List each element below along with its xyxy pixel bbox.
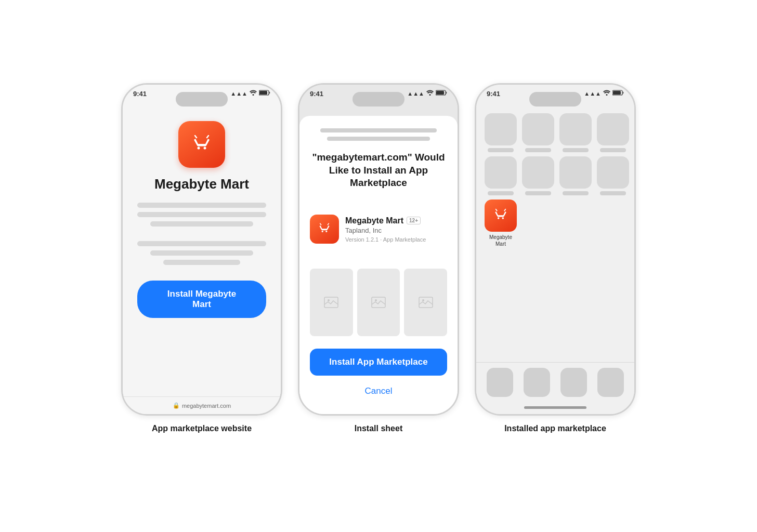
install-megabyte-mart-button[interactable]: Install Megabyte Mart <box>137 281 266 318</box>
installed-app-icon <box>485 200 517 232</box>
phone-3-wrapper: 9:41 ▲▲▲ <box>475 83 636 433</box>
cancel-button[interactable]: Cancel <box>310 382 447 401</box>
wifi-icon-2 <box>426 90 434 97</box>
svg-point-8 <box>322 231 323 232</box>
install-sheet-title: "megabytemart.com" Would Like to Install… <box>310 151 447 190</box>
app-cell-empty <box>522 200 553 247</box>
phone-2-label: Install sheet <box>355 424 402 433</box>
battery-icon-1 <box>259 90 270 97</box>
phone-3: 9:41 ▲▲▲ <box>475 83 636 416</box>
status-icons-1: ▲▲▲ <box>230 90 270 97</box>
dock-icon-1 <box>487 368 513 397</box>
screenshot-2 <box>357 269 400 336</box>
svg-rect-14 <box>419 297 433 308</box>
svg-point-9 <box>325 231 327 232</box>
status-time-3: 9:41 <box>487 90 500 98</box>
phone-1-screen: 9:41 ▲▲▲ <box>123 85 281 414</box>
placeholder-app-icon <box>597 156 629 189</box>
bottom-bar-1: 🔒 megabytemart.com <box>123 396 281 414</box>
wifi-icon-1 <box>250 90 257 97</box>
placeholder-line <box>137 203 266 208</box>
placeholder-app-icon <box>559 113 592 145</box>
placeholder-app-label <box>563 148 589 152</box>
screenshot-1 <box>310 269 353 336</box>
placeholder-app-icon <box>522 113 554 145</box>
install-app-marketplace-button[interactable]: Install App Marketplace <box>310 349 447 376</box>
placeholder-app-label <box>525 191 551 195</box>
svg-point-20 <box>502 217 504 219</box>
placeholder-lines-1 <box>137 203 266 265</box>
app-name-sheet: Megabyte Mart <box>345 216 403 225</box>
phone-2-screen: 9:41 ▲▲▲ <box>299 85 458 414</box>
phone-2-wrapper: 9:41 ▲▲▲ <box>298 83 459 433</box>
placeholder-line <box>137 212 266 217</box>
battery-icon-3 <box>612 90 624 97</box>
placeholder-line <box>163 260 241 265</box>
url-bar: 🔒 megabytemart.com <box>173 402 231 409</box>
svg-point-19 <box>498 217 500 219</box>
placeholder-line <box>150 250 253 256</box>
app-cell <box>597 113 629 152</box>
megabyte-mart-installed[interactable]: Megabyte Mart <box>485 200 517 247</box>
developer-name: Tapland, Inc <box>345 227 447 234</box>
svg-rect-18 <box>613 91 621 95</box>
screenshot-3 <box>404 269 447 336</box>
app-name-large: Megabyte Mart <box>154 176 249 192</box>
placeholder-app-icon <box>485 113 517 145</box>
dock-icon-3 <box>560 368 587 397</box>
svg-point-16 <box>606 94 608 96</box>
svg-rect-7 <box>436 91 444 95</box>
dock-icon-2 <box>524 368 550 397</box>
svg-point-13 <box>375 299 377 301</box>
status-time-2: 9:41 <box>310 90 323 98</box>
placeholder-app-label <box>488 191 514 195</box>
status-icons-2: ▲▲▲ <box>407 90 447 97</box>
phone-1-wrapper: 9:41 ▲▲▲ <box>121 83 282 433</box>
age-badge: 12+ <box>407 217 421 224</box>
phone-1-label: App marketplace website <box>152 424 252 433</box>
lock-icon: 🔒 <box>173 402 180 409</box>
app-cell <box>559 156 592 195</box>
placeholder <box>320 128 437 132</box>
svg-point-0 <box>253 94 254 96</box>
placeholder-app-label <box>600 148 626 152</box>
phone-1-content: Megabyte Mart Install Megabyte Mart <box>123 85 281 396</box>
svg-rect-12 <box>372 297 385 308</box>
screenshot-row <box>310 269 447 336</box>
url-text: megabytemart.com <box>182 403 231 409</box>
dock-area <box>476 362 634 402</box>
placeholder-line <box>137 241 266 246</box>
phone-2: 9:41 ▲▲▲ <box>298 83 459 416</box>
sheet-top-placeholders <box>310 128 447 141</box>
app-row-name: Megabyte Mart 12+ <box>345 216 447 225</box>
dynamic-island-3 <box>529 92 581 107</box>
app-grid-row-3: Megabyte Mart <box>485 200 626 247</box>
home-screen: Megabyte Mart <box>476 85 634 362</box>
phone-3-label: Installed app marketplace <box>504 424 606 433</box>
status-icons-3: ▲▲▲ <box>584 90 624 97</box>
dock-icon-4 <box>597 368 624 397</box>
placeholder-line <box>150 221 253 227</box>
phones-container: 9:41 ▲▲▲ <box>121 83 636 433</box>
dynamic-island-2 <box>353 92 404 107</box>
install-sheet-app-row: Megabyte Mart 12+ Tapland, Inc Version 1… <box>310 210 447 248</box>
home-indicator <box>524 406 586 409</box>
signal-icon-3: ▲▲▲ <box>584 90 601 97</box>
app-grid-row-1 <box>485 113 626 152</box>
placeholder-app-label <box>600 191 626 195</box>
megabyte-mart-icon-small <box>310 215 339 244</box>
signal-icon-1: ▲▲▲ <box>230 90 247 97</box>
app-cell <box>485 113 517 152</box>
dynamic-island-1 <box>176 92 228 107</box>
phone-3-screen: 9:41 ▲▲▲ <box>476 85 634 414</box>
svg-point-5 <box>429 94 431 96</box>
megabyte-mart-icon-large <box>178 121 225 168</box>
placeholder-app-icon <box>522 156 554 189</box>
phone-1: 9:41 ▲▲▲ <box>121 83 282 416</box>
app-row-info: Megabyte Mart 12+ Tapland, Inc Version 1… <box>345 216 447 243</box>
status-time-1: 9:41 <box>133 90 147 98</box>
app-cell <box>597 156 629 195</box>
app-cell <box>559 113 592 152</box>
version-info: Version 1.2.1 · App Marketplace <box>345 236 447 243</box>
app-grid-row-2 <box>485 156 626 195</box>
